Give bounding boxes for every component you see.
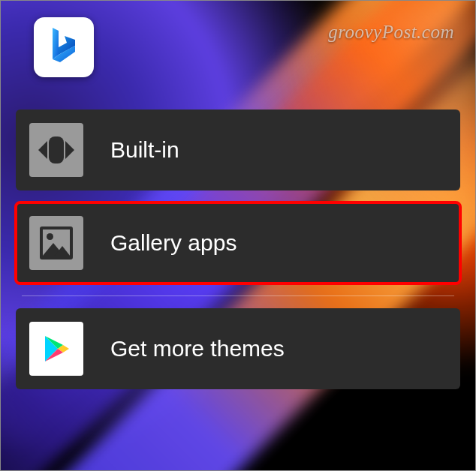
menu-item-label: Gallery apps	[110, 230, 236, 256]
menu-divider	[22, 296, 454, 296]
play-store-icon-box	[29, 322, 83, 376]
menu-item-builtin[interactable]: Built-in	[16, 110, 460, 190]
play-store-icon	[39, 332, 74, 366]
gallery-icon	[40, 226, 73, 260]
menu-item-label: Built-in	[110, 137, 179, 163]
launcher-menu: Built-in Gallery apps Get more themes	[16, 110, 460, 401]
watermark-text: groovyPost.com	[328, 22, 454, 43]
bing-icon	[47, 25, 81, 70]
menu-item-label: Get more themes	[110, 336, 285, 362]
builtin-icon-box	[29, 123, 83, 177]
menu-item-gallery-apps[interactable]: Gallery apps	[16, 202, 460, 284]
builtin-icon	[40, 134, 73, 166]
gallery-icon-box	[29, 216, 83, 270]
app-shortcut-bing[interactable]	[34, 17, 94, 77]
menu-item-get-more-themes[interactable]: Get more themes	[16, 308, 460, 389]
